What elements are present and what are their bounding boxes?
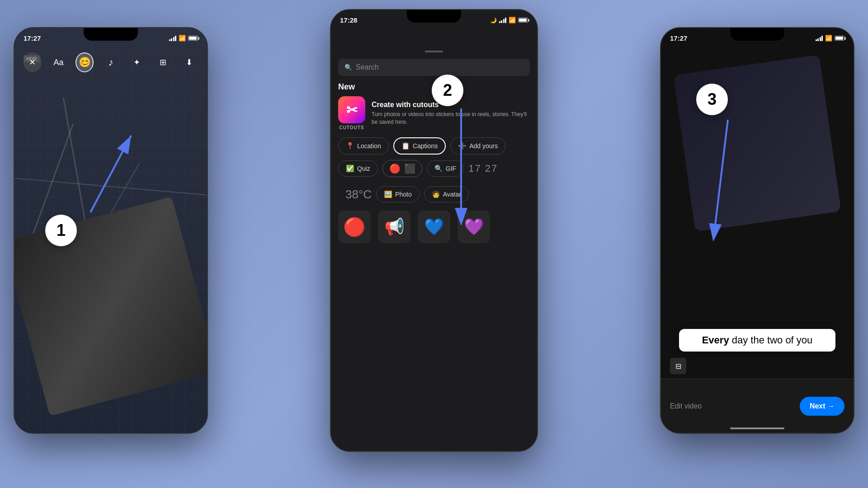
gif-label: GIF bbox=[446, 165, 456, 172]
search-placeholder: Search bbox=[356, 63, 379, 71]
time-3: 17:27 bbox=[670, 34, 687, 42]
cutouts-row: ✂ CUTOUTS Create with cutouts Turn photo… bbox=[331, 96, 537, 137]
emoji-button[interactable]: 😊 bbox=[75, 52, 94, 72]
moon-icon: 🌙 bbox=[490, 17, 497, 23]
phone-1: 17:27 📶 HDR ✕ Aa bbox=[14, 27, 208, 434]
effects-button[interactable]: ✦ bbox=[128, 52, 146, 72]
phone-2: 17:28 🌙 📶 🔍 Search bbox=[330, 9, 538, 452]
slider-tag[interactable]: 🔴 ⬛ bbox=[382, 160, 422, 177]
quiz-icon: ✅ bbox=[346, 164, 354, 173]
caption-bubble: Every day the two of you bbox=[679, 329, 835, 352]
search-icon: 🔍 bbox=[344, 64, 352, 71]
captions-label: Captions bbox=[413, 142, 438, 150]
search-bar[interactable]: 🔍 Search bbox=[338, 59, 530, 76]
next-label: Next → bbox=[810, 402, 835, 410]
quiz-label: Quiz bbox=[357, 165, 370, 172]
gif-tag[interactable]: 🔍 GIF bbox=[427, 160, 464, 177]
add-yours-icon: ➕ bbox=[458, 142, 467, 150]
wifi-icon-2: 📶 bbox=[509, 17, 516, 23]
text-button[interactable]: Aa bbox=[50, 52, 68, 72]
battery-icon-3 bbox=[835, 36, 844, 41]
music-button[interactable]: ♪ bbox=[102, 52, 120, 72]
emoji-sticker-1[interactable]: 🔴 bbox=[338, 211, 371, 243]
time-display: 17 27 bbox=[468, 163, 498, 174]
signal-icon-3 bbox=[816, 36, 823, 41]
step-2-circle: 2 bbox=[432, 75, 463, 106]
phone-3: 17:27 📶 Every day the two of you bbox=[660, 27, 854, 434]
download-button[interactable]: ⬇ bbox=[180, 52, 198, 72]
quiz-tag[interactable]: ✅ Quiz bbox=[338, 160, 378, 177]
notch-2 bbox=[407, 10, 461, 23]
cutouts-icon: ✂ bbox=[338, 96, 365, 123]
location-icon: 📍 bbox=[346, 142, 354, 150]
edit-video-label: Edit video bbox=[670, 402, 702, 410]
battery-icon-2 bbox=[518, 18, 528, 23]
time-1: 17:27 bbox=[24, 34, 41, 42]
sticker-sheet: 🔍 Search New ✂ CUTOUTS Create with cutou… bbox=[331, 46, 537, 451]
small-icon-btn[interactable]: ⊟ bbox=[670, 358, 686, 374]
avatar-tag[interactable]: 🧑 Avatar bbox=[424, 186, 469, 202]
cutouts-desc: Turn photos or videos into stickers to u… bbox=[372, 111, 530, 126]
emoji-sticker-2[interactable]: 📢 bbox=[378, 211, 410, 243]
signal-icon-2 bbox=[499, 18, 507, 23]
sticker-tags-row1: 📍 Location 📋 Captions ➕ Add yours bbox=[331, 137, 537, 160]
step-3-circle: 3 bbox=[696, 84, 728, 115]
emoji-sticker-3[interactable]: 💙 bbox=[418, 211, 450, 243]
wifi-icon-1: 📶 bbox=[179, 35, 186, 42]
notch-3 bbox=[730, 28, 784, 41]
caption-every: Every bbox=[702, 334, 729, 346]
photo-tag[interactable]: 🖼️ Photo bbox=[376, 186, 420, 202]
sticker-tags-row2: ✅ Quiz 🔴 ⬛ 🔍 GIF 17 27 bbox=[331, 160, 537, 183]
phone3-inner-phone bbox=[673, 55, 841, 232]
battery-icon-1 bbox=[188, 36, 198, 41]
photo-label: Photo bbox=[395, 191, 412, 198]
next-button[interactable]: Next → bbox=[800, 397, 844, 416]
sticker-row3: 38°C 🖼️ Photo 🧑 Avatar bbox=[331, 183, 537, 206]
caption-rest: day the two of you bbox=[729, 334, 813, 346]
signal-icon-1 bbox=[169, 36, 177, 41]
add-yours-label: Add yours bbox=[469, 142, 498, 150]
location-tag[interactable]: 📍 Location bbox=[338, 137, 389, 155]
temp-tag: 38°C bbox=[338, 188, 372, 202]
captions-icon: 📋 bbox=[401, 142, 410, 150]
wifi-icon-3: 📶 bbox=[825, 35, 832, 42]
emoji-sticker-4[interactable]: 💜 bbox=[458, 211, 490, 243]
step-1-circle: 1 bbox=[45, 215, 77, 246]
add-yours-tag[interactable]: ➕ Add yours bbox=[450, 137, 505, 155]
location-label: Location bbox=[357, 142, 381, 150]
image-button[interactable]: ⊞ bbox=[154, 52, 172, 72]
status-icons-1: 📶 bbox=[169, 35, 198, 42]
captions-tag[interactable]: 📋 Captions bbox=[393, 137, 446, 155]
gif-icon: 🔍 bbox=[434, 164, 443, 173]
status-icons-2: 🌙 📶 bbox=[490, 17, 528, 23]
time-2: 17:28 bbox=[340, 16, 357, 24]
cutouts-label: CUTOUTS bbox=[338, 125, 365, 130]
phone1-toolbar: ✕ Aa 😊 ♪ ✦ ⊞ ⬇ bbox=[14, 52, 207, 72]
emoji-stickers-row: 🔴 📢 💙 💜 bbox=[331, 206, 537, 248]
avatar-label: Avatar bbox=[443, 191, 461, 198]
notch-1 bbox=[84, 28, 138, 41]
sheet-handle bbox=[425, 51, 443, 52]
close-button[interactable]: ✕ bbox=[24, 52, 42, 72]
phone3-bottom-bar: Edit video Next → bbox=[661, 379, 854, 433]
home-indicator-3 bbox=[730, 427, 784, 429]
status-icons-3: 📶 bbox=[816, 35, 845, 42]
